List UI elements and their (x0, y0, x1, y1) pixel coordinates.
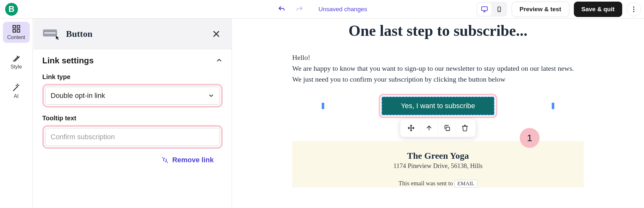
grid-icon (12, 24, 21, 33)
right-toolbar: Preview & test Save & quit (476, 2, 641, 17)
rail-label: AI (14, 93, 19, 99)
annotation-highlight-4 (42, 125, 223, 149)
dot-icon (633, 9, 634, 10)
email-footer: The Green Yoga 1174 Pineview Drive, 5613… (292, 141, 584, 188)
wand-icon (12, 83, 21, 92)
rail-label: Content (7, 35, 25, 40)
move-up-button[interactable] (420, 121, 438, 135)
email-merge-tag[interactable]: EMAIL (454, 180, 477, 188)
section-header[interactable]: Link settings (42, 56, 223, 66)
email-content: One last step to subscribe... Hello! We … (292, 19, 584, 188)
undo-button[interactable] (277, 4, 286, 14)
annotation-highlight-3: Double opt-in link (42, 84, 223, 108)
properties-panel: Button Link settings Link type Double op… (33, 19, 232, 208)
device-toggle (476, 2, 507, 17)
desktop-icon (481, 5, 488, 13)
footer-address: 1174 Pineview Drive, 56138, Hills (292, 162, 584, 170)
close-icon (212, 30, 220, 38)
left-nav-rail: Content Style AI (0, 19, 33, 208)
svg-rect-8 (17, 29, 20, 32)
footer-meta-text: This email was sent to (399, 180, 455, 187)
dot-icon (633, 6, 634, 8)
copy-icon (443, 124, 450, 132)
unsaved-changes-label: Unsaved changes (318, 6, 367, 13)
top-bar: B Unsaved changes Preview & test Save & … (0, 0, 644, 19)
panel-title: Button (66, 29, 92, 39)
save-quit-button[interactable]: Save & quit (574, 2, 622, 17)
rail-item-ai[interactable]: AI (3, 81, 30, 102)
collapse-section-button[interactable] (216, 57, 223, 65)
link-type-label: Link type (42, 73, 223, 81)
section-title: Link settings (42, 56, 94, 66)
redo-icon (296, 5, 303, 13)
close-panel-button[interactable] (210, 28, 223, 40)
brand-logo[interactable]: B (5, 3, 18, 16)
annotation-badge-1: 1 (520, 128, 540, 148)
chevron-down-icon (208, 92, 214, 99)
center-toolbar: Unsaved changes (277, 4, 367, 14)
chevron-up-icon (216, 57, 223, 64)
mobile-view-button[interactable] (492, 3, 506, 16)
rail-item-style[interactable]: Style (3, 51, 30, 72)
more-menu-button[interactable] (627, 2, 641, 16)
button-block-icon (42, 28, 60, 40)
selection-handle-right[interactable] (552, 103, 554, 109)
unlink-icon (161, 156, 169, 164)
duplicate-button[interactable] (438, 121, 456, 135)
undo-icon (278, 5, 285, 13)
footer-company: The Green Yoga (292, 151, 584, 161)
svg-rect-7 (13, 29, 15, 32)
svg-rect-18 (446, 127, 450, 131)
remove-link-label: Remove link (172, 156, 214, 164)
link-type-value: Double opt-in link (51, 92, 105, 100)
rail-label: Style (11, 64, 22, 70)
brush-icon (12, 54, 21, 63)
rail-item-content[interactable]: Content (3, 22, 30, 43)
mobile-icon (496, 5, 502, 13)
footer-meta: This email was sent to EMAIL (292, 180, 584, 188)
email-canvas[interactable]: One last step to subscribe... Hello! We … (232, 19, 644, 208)
svg-line-14 (167, 162, 168, 163)
cta-wrapper: Yes, I want to subscribe (292, 94, 584, 118)
desktop-view-button[interactable] (477, 3, 491, 16)
email-paragraph: We just need you to confirm your subscri… (292, 74, 584, 85)
svg-rect-10 (44, 32, 56, 34)
email-paragraph: Hello! (292, 52, 584, 63)
panel-header: Button (33, 19, 232, 49)
subscribe-cta-button[interactable]: Yes, I want to subscribe (382, 97, 494, 115)
dot-icon (633, 11, 634, 12)
tooltip-input[interactable] (45, 128, 220, 146)
email-heading: One last step to subscribe... (292, 22, 584, 39)
svg-rect-0 (482, 7, 487, 11)
tooltip-label: Tooltip text (42, 115, 223, 122)
panel-body: Link settings Link type Double opt-in li… (33, 49, 232, 171)
delete-button[interactable] (456, 121, 474, 135)
preview-test-button[interactable]: Preview & test (512, 2, 569, 17)
email-paragraph: We are happy to know that you want to si… (292, 63, 584, 74)
remove-link-button[interactable]: Remove link (42, 156, 223, 164)
move-icon (408, 124, 415, 132)
trash-icon (461, 124, 468, 132)
svg-rect-5 (13, 26, 15, 28)
element-toolbar (400, 119, 476, 137)
selection-handle-left[interactable] (322, 103, 324, 109)
arrow-up-icon (425, 124, 433, 132)
svg-line-13 (162, 157, 163, 158)
svg-rect-6 (17, 26, 20, 28)
redo-button[interactable] (295, 4, 304, 14)
link-type-select[interactable]: Double opt-in link (45, 87, 220, 105)
move-button[interactable] (402, 121, 420, 135)
annotation-highlight-1: Yes, I want to subscribe (379, 94, 497, 118)
